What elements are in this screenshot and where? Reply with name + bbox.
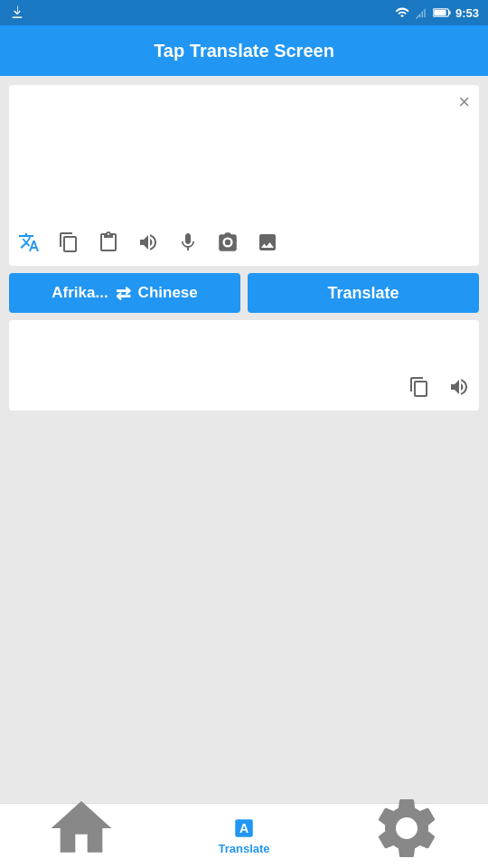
translate-icon: A	[232, 816, 256, 840]
speaker-icon[interactable]	[137, 231, 159, 259]
clear-button[interactable]: ×	[458, 92, 470, 112]
output-card	[9, 320, 479, 410]
translate-label: Translate	[218, 842, 269, 855]
svg-rect-2	[434, 10, 446, 15]
status-bar-right: 9:53	[395, 5, 479, 20]
wifi-icon	[395, 5, 409, 20]
status-bar-left	[9, 5, 25, 21]
language-selector-button[interactable]: Afrika... ⇄ Chinese	[9, 273, 240, 313]
output-toolbar	[18, 373, 470, 403]
bottom-nav: Home A Translate Settings	[0, 803, 488, 868]
swap-icon: ⇄	[116, 282, 131, 304]
input-toolbar	[18, 228, 470, 259]
settings-icon	[371, 792, 443, 864]
output-speaker-icon[interactable]	[448, 376, 470, 403]
app-header: Tap Translate Screen	[0, 25, 488, 76]
svg-text:A: A	[239, 821, 249, 835]
main-content: ×	[0, 76, 488, 803]
image-icon[interactable]	[257, 231, 278, 259]
text-input[interactable]	[18, 92, 470, 228]
target-language-label: Chinese	[138, 284, 198, 302]
home-icon	[45, 792, 117, 864]
nav-item-home[interactable]: Home	[45, 792, 117, 868]
input-card: ×	[9, 85, 479, 266]
language-bar: Afrika... ⇄ Chinese Translate	[9, 273, 479, 313]
nav-item-settings[interactable]: Settings	[371, 792, 443, 868]
time-display: 9:53	[455, 6, 479, 20]
svg-rect-1	[449, 11, 451, 14]
status-bar: 9:53	[0, 0, 488, 25]
output-text	[18, 327, 470, 373]
clipboard-icon[interactable]	[98, 231, 119, 259]
signal-icon	[414, 5, 428, 20]
microphone-icon[interactable]	[177, 231, 199, 259]
output-copy-icon[interactable]	[408, 376, 430, 403]
translate-button[interactable]: Translate	[248, 273, 479, 313]
battery-icon	[433, 6, 451, 19]
source-language-label: Afrika...	[52, 284, 108, 302]
copy-icon[interactable]	[58, 231, 80, 259]
nav-item-translate[interactable]: A Translate	[208, 816, 280, 855]
camera-icon[interactable]	[217, 231, 239, 259]
page-title: Tap Translate Screen	[154, 41, 334, 61]
google-translate-icon[interactable]	[18, 231, 40, 259]
download-icon	[9, 5, 25, 21]
